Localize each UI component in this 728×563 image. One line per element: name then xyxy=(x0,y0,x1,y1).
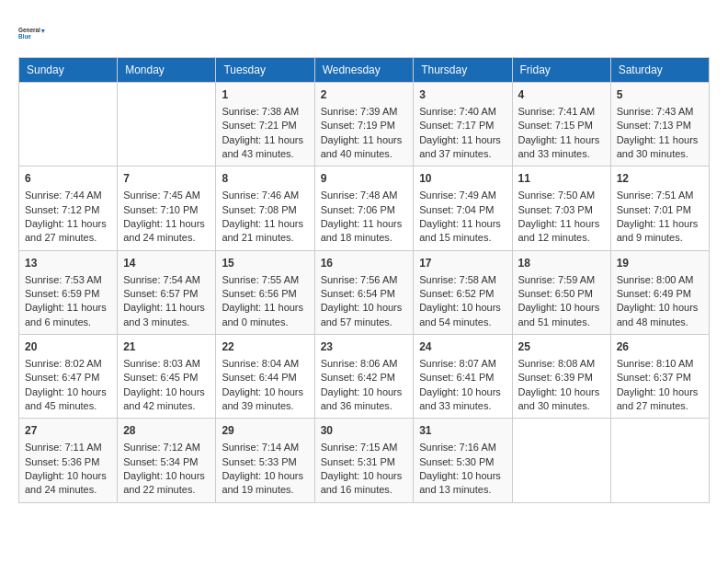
sunset: Sunset: 6:39 PM xyxy=(518,372,593,383)
calendar-cell: 13Sunrise: 7:53 AMSunset: 6:59 PMDayligh… xyxy=(19,250,118,334)
svg-text:Blue: Blue xyxy=(18,33,31,40)
sunset: Sunset: 5:36 PM xyxy=(25,456,99,467)
sunrise: Sunrise: 7:14 AM xyxy=(222,442,299,453)
sunset: Sunset: 6:52 PM xyxy=(419,288,494,299)
sunrise: Sunrise: 7:40 AM xyxy=(419,106,496,117)
daylight: Daylight: 10 hours and 54 minutes. xyxy=(419,302,501,327)
sunset: Sunset: 5:33 PM xyxy=(222,456,296,467)
daylight: Daylight: 10 hours and 51 minutes. xyxy=(518,302,600,327)
sunrise: Sunrise: 7:50 AM xyxy=(518,190,596,201)
days-header-row: SundayMondayTuesdayWednesdayThursdayFrid… xyxy=(19,58,710,83)
sunset: Sunset: 6:49 PM xyxy=(617,288,691,299)
sunset: Sunset: 7:21 PM xyxy=(222,120,296,131)
daylight: Daylight: 11 hours and 30 minutes. xyxy=(617,134,699,159)
calendar-week-2: 6Sunrise: 7:44 AMSunset: 7:12 PMDaylight… xyxy=(19,167,710,250)
calendar-week-5: 27Sunrise: 7:11 AMSunset: 5:36 PMDayligh… xyxy=(19,419,710,502)
daylight: Daylight: 11 hours and 37 minutes. xyxy=(419,134,501,159)
sunrise: Sunrise: 7:12 AM xyxy=(123,442,200,453)
daylight: Daylight: 10 hours and 33 minutes. xyxy=(419,386,501,411)
calendar-cell: 8Sunrise: 7:46 AMSunset: 7:08 PMDaylight… xyxy=(216,167,314,250)
sunrise: Sunrise: 7:41 AM xyxy=(518,106,596,117)
calendar-cell: 3Sunrise: 7:40 AMSunset: 7:17 PMDaylight… xyxy=(414,83,512,167)
sunset: Sunset: 5:30 PM xyxy=(419,456,494,467)
calendar-cell: 22Sunrise: 8:04 AMSunset: 6:44 PMDayligh… xyxy=(216,335,314,419)
calendar-cell xyxy=(512,419,610,502)
day-number: 13 xyxy=(25,256,111,271)
calendar-cell: 9Sunrise: 7:48 AMSunset: 7:06 PMDaylight… xyxy=(314,167,414,250)
day-header-saturday: Saturday xyxy=(610,58,709,83)
day-number: 28 xyxy=(123,423,210,439)
day-number: 25 xyxy=(518,339,605,355)
daylight: Daylight: 10 hours and 39 minutes. xyxy=(222,386,303,411)
calendar-cell: 18Sunrise: 7:59 AMSunset: 6:50 PMDayligh… xyxy=(512,250,610,334)
calendar-cell xyxy=(19,83,118,167)
daylight: Daylight: 11 hours and 43 minutes. xyxy=(222,134,303,159)
daylight: Daylight: 11 hours and 24 minutes. xyxy=(123,218,205,243)
sunrise: Sunrise: 8:03 AM xyxy=(123,358,200,369)
sunrise: Sunrise: 8:07 AM xyxy=(419,358,496,369)
calendar-table: SundayMondayTuesdayWednesdayThursdayFrid… xyxy=(18,57,710,503)
calendar-cell: 4Sunrise: 7:41 AMSunset: 7:15 PMDaylight… xyxy=(512,83,610,167)
sunrise: Sunrise: 7:58 AM xyxy=(419,274,496,285)
daylight: Daylight: 10 hours and 16 minutes. xyxy=(321,470,403,495)
day-number: 14 xyxy=(123,256,210,271)
daylight: Daylight: 10 hours and 13 minutes. xyxy=(419,470,501,495)
daylight: Daylight: 11 hours and 40 minutes. xyxy=(321,134,403,159)
day-number: 29 xyxy=(222,423,308,439)
sunrise: Sunrise: 7:11 AM xyxy=(25,442,102,453)
daylight: Daylight: 11 hours and 27 minutes. xyxy=(25,218,107,243)
calendar-cell: 23Sunrise: 8:06 AMSunset: 6:42 PMDayligh… xyxy=(314,335,414,419)
calendar-cell: 21Sunrise: 8:03 AMSunset: 6:45 PMDayligh… xyxy=(118,335,216,419)
day-number: 26 xyxy=(617,339,703,355)
day-number: 19 xyxy=(617,256,703,271)
sunset: Sunset: 7:04 PM xyxy=(419,204,494,215)
sunset: Sunset: 6:41 PM xyxy=(419,372,494,383)
sunset: Sunset: 7:06 PM xyxy=(321,204,395,215)
day-number: 6 xyxy=(25,171,111,187)
sunrise: Sunrise: 8:08 AM xyxy=(518,358,596,369)
sunset: Sunset: 6:42 PM xyxy=(321,372,395,383)
calendar-cell: 25Sunrise: 8:08 AMSunset: 6:39 PMDayligh… xyxy=(512,335,610,419)
sunset: Sunset: 7:12 PM xyxy=(25,204,99,215)
sunrise: Sunrise: 7:49 AM xyxy=(419,190,496,201)
day-number: 21 xyxy=(123,339,210,355)
day-number: 5 xyxy=(617,87,703,103)
sunrise: Sunrise: 7:43 AM xyxy=(617,106,694,117)
day-number: 18 xyxy=(518,256,605,271)
calendar-cell: 24Sunrise: 8:07 AMSunset: 6:41 PMDayligh… xyxy=(414,335,512,419)
day-number: 1 xyxy=(222,87,308,103)
sunset: Sunset: 6:50 PM xyxy=(518,288,593,299)
sunrise: Sunrise: 7:48 AM xyxy=(321,190,398,201)
daylight: Daylight: 11 hours and 18 minutes. xyxy=(321,218,403,243)
sunrise: Sunrise: 7:44 AM xyxy=(25,190,102,201)
calendar-cell: 16Sunrise: 7:56 AMSunset: 6:54 PMDayligh… xyxy=(314,250,414,334)
svg-marker-2 xyxy=(41,29,45,33)
day-number: 4 xyxy=(518,87,605,103)
calendar-week-3: 13Sunrise: 7:53 AMSunset: 6:59 PMDayligh… xyxy=(19,250,710,334)
sunrise: Sunrise: 7:54 AM xyxy=(123,274,200,285)
day-number: 15 xyxy=(222,256,308,271)
daylight: Daylight: 10 hours and 42 minutes. xyxy=(123,386,205,411)
calendar-cell: 27Sunrise: 7:11 AMSunset: 5:36 PMDayligh… xyxy=(19,419,118,502)
sunset: Sunset: 7:15 PM xyxy=(518,120,593,131)
sunset: Sunset: 5:31 PM xyxy=(321,456,395,467)
sunrise: Sunrise: 7:16 AM xyxy=(419,442,496,453)
calendar-cell: 19Sunrise: 8:00 AMSunset: 6:49 PMDayligh… xyxy=(610,250,709,334)
sunrise: Sunrise: 7:51 AM xyxy=(617,190,694,201)
sunset: Sunset: 6:44 PM xyxy=(222,372,296,383)
day-number: 16 xyxy=(321,256,408,271)
daylight: Daylight: 11 hours and 33 minutes. xyxy=(518,134,600,159)
calendar-cell: 30Sunrise: 7:15 AMSunset: 5:31 PMDayligh… xyxy=(314,419,414,502)
sunrise: Sunrise: 7:38 AM xyxy=(222,106,299,117)
daylight: Daylight: 10 hours and 48 minutes. xyxy=(617,302,699,327)
daylight: Daylight: 10 hours and 57 minutes. xyxy=(321,302,403,327)
day-number: 23 xyxy=(321,339,408,355)
calendar-cell: 2Sunrise: 7:39 AMSunset: 7:19 PMDaylight… xyxy=(314,83,414,167)
calendar-cell: 10Sunrise: 7:49 AMSunset: 7:04 PMDayligh… xyxy=(414,167,512,250)
day-number: 3 xyxy=(419,87,506,103)
day-number: 30 xyxy=(321,423,408,439)
sunset: Sunset: 7:08 PM xyxy=(222,204,296,215)
day-header-monday: Monday xyxy=(118,58,216,83)
sunset: Sunset: 7:13 PM xyxy=(617,120,691,131)
sunrise: Sunrise: 7:15 AM xyxy=(321,442,398,453)
